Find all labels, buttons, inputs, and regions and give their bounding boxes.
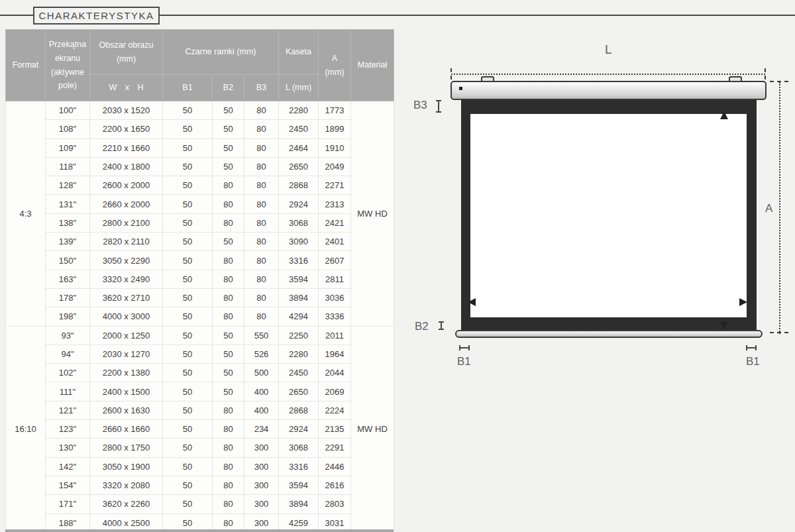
l-cell: 2868 xyxy=(279,176,319,195)
diagonal-cell: 131" xyxy=(46,195,90,213)
wxh-cell: 3320 x 2080 xyxy=(90,476,163,494)
table-row: 108"2200 x 165050508024501899 xyxy=(6,120,394,138)
wxh-cell: 3320 x 2490 xyxy=(90,270,163,288)
arrow-right-icon xyxy=(739,298,747,306)
wxh-cell: 2400 x 1500 xyxy=(90,382,163,401)
b1-cell: 50 xyxy=(163,157,213,176)
a-cell: 1910 xyxy=(319,138,351,157)
l-cell: 2450 xyxy=(279,120,319,138)
b3-cell: 80 xyxy=(244,157,279,176)
wxh-cell: 3620 x 2260 xyxy=(90,495,163,513)
page: { "page": { "title": "CHARAKTERYSTYKA", … xyxy=(0,0,795,532)
l-cell: 2450 xyxy=(279,364,319,382)
b2-cell: 80 xyxy=(213,439,244,457)
diagonal-cell: 94" xyxy=(46,345,90,363)
table-row: 163"3320 x 249050808035942811 xyxy=(6,270,394,288)
table-row: 4:3100"2030 x 152050508022801773MW HD xyxy=(6,101,394,120)
dim-mark-b1-left xyxy=(459,345,470,350)
a-cell: 2049 xyxy=(319,157,351,176)
a-cell: 2401 xyxy=(319,233,351,251)
wxh-cell: 3620 x 2710 xyxy=(90,288,163,307)
a-cell: 2421 xyxy=(319,213,351,232)
b2-cell: 80 xyxy=(213,270,244,288)
b1-cell: 50 xyxy=(163,307,213,326)
b3-cell: 80 xyxy=(244,195,279,213)
l-cell: 2650 xyxy=(279,382,319,401)
table-row: 118"2400 x 180050508026502049 xyxy=(6,157,394,176)
col-header-b1: B1 xyxy=(163,75,213,101)
b2-cell: 50 xyxy=(213,382,244,401)
b3-cell: 80 xyxy=(244,101,279,120)
a-cell: 3336 xyxy=(319,307,351,326)
a-cell: 2291 xyxy=(319,439,351,457)
dim-label-b2: B2 xyxy=(415,320,429,333)
diagonal-cell: 111" xyxy=(46,382,90,401)
b1-cell: 50 xyxy=(163,439,213,457)
table-row: 94"2030 x 1270505052622801964 xyxy=(6,345,394,363)
l-cell: 3594 xyxy=(279,476,319,494)
col-header-b3: B3 xyxy=(244,75,279,101)
a-cell: 2224 xyxy=(319,401,351,419)
a-cell: 2607 xyxy=(319,251,351,270)
diagonal-cell: 109" xyxy=(46,138,90,157)
wxh-cell: 2820 x 2110 xyxy=(90,233,163,251)
arrow-down-icon xyxy=(720,322,728,330)
b3-cell: 300 xyxy=(244,457,279,476)
l-cell: 4294 xyxy=(279,307,319,326)
dim-label-b3: B3 xyxy=(413,99,427,112)
b1-cell: 50 xyxy=(163,401,213,419)
b3-cell: 80 xyxy=(244,270,279,288)
table-row: 154"3320 x 2080508030035942616 xyxy=(6,476,394,494)
l-cell: 2650 xyxy=(279,157,319,176)
a-cell: 2044 xyxy=(319,364,351,382)
dim-label-a: A xyxy=(765,202,772,215)
a-cell: 2011 xyxy=(319,326,351,345)
b3-cell: 500 xyxy=(244,364,279,382)
l-cell: 3316 xyxy=(279,457,319,476)
b2-cell: 50 xyxy=(213,345,244,363)
b3-cell: 300 xyxy=(244,476,279,494)
l-cell: 3594 xyxy=(279,270,319,288)
table-row: 111"2400 x 1500505040026502069 xyxy=(6,382,394,401)
dim-line-a xyxy=(779,82,780,334)
next-section-header-strip xyxy=(5,529,394,532)
b1-cell: 50 xyxy=(163,420,213,439)
b2-cell: 80 xyxy=(213,420,244,439)
dim-mark-b3 xyxy=(436,100,441,113)
a-cell: 2069 xyxy=(319,382,351,401)
dim-tick-l-left xyxy=(450,68,452,80)
table-row: 150"3050 x 229050808033162607 xyxy=(6,251,394,270)
l-cell: 3090 xyxy=(279,233,319,251)
b3-cell: 80 xyxy=(244,288,279,307)
b3-cell: 80 xyxy=(244,251,279,270)
b2-cell: 50 xyxy=(213,233,244,251)
a-cell: 1773 xyxy=(319,101,351,120)
table-row: 142"3050 x 1900508030033162446 xyxy=(6,457,394,476)
diagonal-cell: 139" xyxy=(46,233,90,251)
spec-table-head: Format Przekątna ekranu (aktywne pole) O… xyxy=(6,30,394,101)
diagonal-cell: 121" xyxy=(46,401,90,419)
a-cell: 3036 xyxy=(319,288,351,307)
b3-cell: 80 xyxy=(244,138,279,157)
diagonal-cell: 171" xyxy=(46,495,90,513)
col-header-diagonal: Przekątna ekranu (aktywne pole) xyxy=(46,30,90,101)
b1-cell: 50 xyxy=(163,382,213,401)
screen-weight-bar xyxy=(455,330,763,338)
diagonal-cell: 100" xyxy=(46,101,90,120)
wxh-cell: 3050 x 1900 xyxy=(90,457,163,476)
format-cell: 4:3 xyxy=(6,101,46,327)
l-cell: 2924 xyxy=(279,195,319,213)
b1-cell: 50 xyxy=(163,326,213,345)
section-title: CHARAKTERYSTYKA xyxy=(33,7,160,25)
diagonal-cell: 178" xyxy=(46,288,90,307)
screen-casing xyxy=(450,81,767,100)
l-cell: 2280 xyxy=(279,345,319,363)
diagonal-cell: 150" xyxy=(46,251,90,270)
a-cell: 2313 xyxy=(319,195,351,213)
col-header-wxh: W x H xyxy=(90,75,163,101)
a-cell: 2135 xyxy=(319,420,351,439)
b1-cell: 50 xyxy=(163,364,213,382)
b1-cell: 50 xyxy=(163,476,213,494)
table-row: 198"4000 x 300050808042943336 xyxy=(6,307,394,326)
dim-ext-a-bottom xyxy=(770,332,788,333)
